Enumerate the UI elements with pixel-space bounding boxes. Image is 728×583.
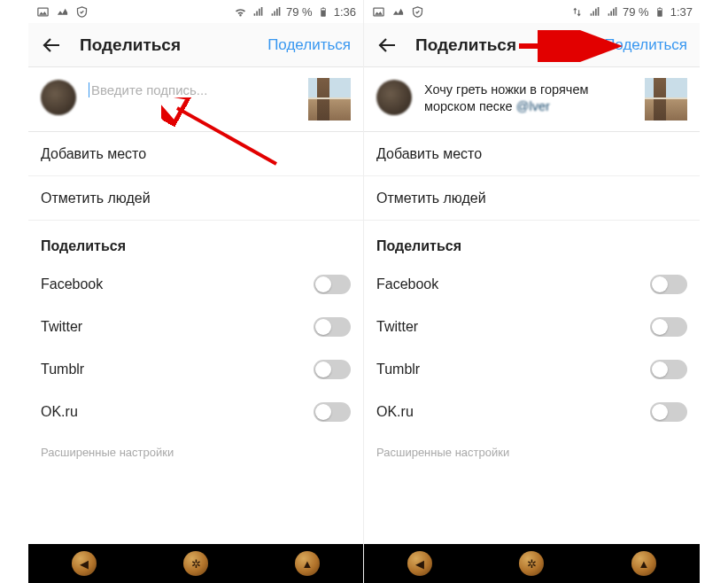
share-service-label: Facebook xyxy=(376,276,438,292)
advanced-settings[interactable]: Расширенные настройки xyxy=(28,433,363,459)
status-bar: 79 % 1:37 xyxy=(364,0,700,23)
share-service-label: Twitter xyxy=(41,319,82,335)
svg-rect-9 xyxy=(658,10,662,16)
toggle-twitter[interactable] xyxy=(314,317,351,337)
chart-icon xyxy=(391,4,405,19)
share-action[interactable]: Поделиться xyxy=(267,36,351,54)
share-okru: OK.ru xyxy=(364,391,700,433)
wifi-icon xyxy=(233,4,247,19)
toggle-facebook[interactable] xyxy=(314,275,351,294)
back-button[interactable] xyxy=(376,34,399,57)
avatar xyxy=(41,80,76,115)
updown-icon xyxy=(569,4,584,19)
share-service-label: OK.ru xyxy=(376,404,414,420)
tag-people-row[interactable]: Отметить людей xyxy=(364,176,700,221)
nav-back-button[interactable]: ◀ xyxy=(72,551,97,576)
svg-rect-3 xyxy=(321,10,325,16)
battery-icon xyxy=(653,4,667,19)
nav-home-button[interactable]: ✲ xyxy=(183,551,208,576)
caption-input[interactable]: Хочу греть ножки в горячем морском песке… xyxy=(424,78,636,115)
battery-icon xyxy=(316,4,330,19)
share-service-label: OK.ru xyxy=(41,404,78,420)
toggle-twitter[interactable] xyxy=(650,317,687,337)
page-title: Поделиться xyxy=(80,35,267,55)
share-okru: OK.ru xyxy=(28,391,363,433)
share-facebook: Facebook xyxy=(28,263,363,306)
toggle-tumblr[interactable] xyxy=(314,360,351,379)
chart-icon xyxy=(55,4,69,19)
signal-icon xyxy=(268,4,283,19)
share-section-title: Поделиться xyxy=(28,221,363,263)
phone-right: 79 % 1:37 Поделиться Поделиться Хочу гре… xyxy=(364,0,700,583)
caption-text: Хочу греть ножки в горячем морском песке… xyxy=(424,82,588,113)
share-service-label: Tumblr xyxy=(376,361,420,377)
clock-text: 1:37 xyxy=(670,5,693,19)
tag-people-row[interactable]: Отметить людей xyxy=(28,176,363,221)
battery-text: 79 % xyxy=(286,5,313,19)
toggle-facebook[interactable] xyxy=(650,275,687,294)
image-icon xyxy=(35,4,50,19)
battery-text: 79 % xyxy=(623,5,649,19)
add-location-row[interactable]: Добавить место xyxy=(28,132,363,176)
share-section-title: Поделиться xyxy=(364,221,700,263)
caption-mention: @lver xyxy=(516,99,550,113)
advanced-settings[interactable]: Расширенные настройки xyxy=(364,433,700,459)
post-thumbnail[interactable] xyxy=(645,78,687,120)
caption-input[interactable]: Введите подпись... xyxy=(89,78,299,99)
toggle-okru[interactable] xyxy=(650,402,687,422)
shield-icon xyxy=(410,4,424,19)
caption-row: Хочу греть ножки в горячем морском песке… xyxy=(364,67,700,131)
signal-icon xyxy=(587,4,601,19)
app-bar: Поделиться Поделиться xyxy=(364,23,700,67)
share-tumblr: Tumblr xyxy=(364,348,700,391)
image-icon xyxy=(371,4,385,19)
nav-home-button[interactable]: ✲ xyxy=(519,551,544,576)
app-bar: Поделиться Поделиться xyxy=(28,23,363,67)
nav-recent-button[interactable]: ▲ xyxy=(295,551,320,576)
status-bar: 79 % 1:36 xyxy=(28,0,363,23)
share-twitter: Twitter xyxy=(364,306,700,348)
caption-placeholder: Введите подпись... xyxy=(89,82,207,97)
share-action[interactable]: Поделиться xyxy=(604,36,687,54)
caption-row: Введите подпись... xyxy=(28,67,363,131)
share-service-label: Twitter xyxy=(376,319,418,335)
clock-text: 1:36 xyxy=(334,5,356,19)
back-button[interactable] xyxy=(41,34,64,57)
share-twitter: Twitter xyxy=(28,306,363,348)
nav-bar: ◀ ✲ ▲ xyxy=(28,544,363,583)
phone-left: 79 % 1:36 Поделиться Поделиться Введите … xyxy=(28,0,364,583)
toggle-tumblr[interactable] xyxy=(650,360,687,379)
svg-rect-8 xyxy=(659,7,661,8)
add-location-row[interactable]: Добавить место xyxy=(364,132,700,176)
nav-back-button[interactable]: ◀ xyxy=(407,551,432,576)
share-service-label: Tumblr xyxy=(41,361,84,377)
shield-icon xyxy=(74,4,89,19)
post-thumbnail[interactable] xyxy=(308,78,351,120)
share-service-label: Facebook xyxy=(41,276,103,292)
share-tumblr: Tumblr xyxy=(28,348,363,391)
signal-icon xyxy=(251,4,265,19)
page-title: Поделиться xyxy=(415,35,604,55)
signal-icon xyxy=(605,4,619,19)
svg-rect-2 xyxy=(322,7,324,8)
share-facebook: Facebook xyxy=(364,263,700,306)
nav-bar: ◀ ✲ ▲ xyxy=(364,544,700,583)
avatar xyxy=(376,80,412,115)
toggle-okru[interactable] xyxy=(314,402,351,422)
nav-recent-button[interactable]: ▲ xyxy=(631,551,656,576)
